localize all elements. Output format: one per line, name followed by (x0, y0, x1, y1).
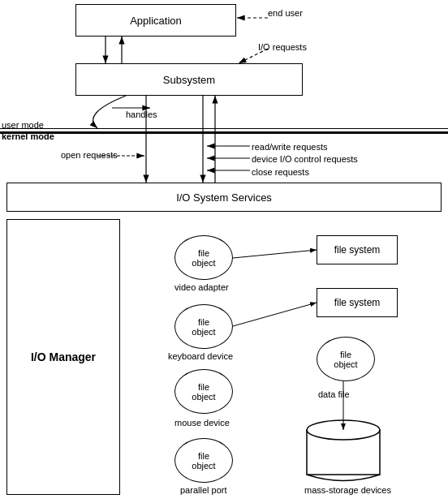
device-io-label: device I/O control requests (252, 154, 358, 164)
video-adapter-label: video adapter (174, 282, 229, 292)
file-object-2: fileobject (174, 304, 233, 349)
file-object-3-label: fileobject (192, 382, 215, 402)
file-object-3: fileobject (174, 369, 233, 414)
filesystem-box-2: file system (317, 288, 398, 317)
diagram: Application Subsystem user mode kernel m… (0, 0, 448, 503)
filesystem-box-1: file system (317, 235, 398, 264)
keyboard-device-label: keyboard device (168, 351, 233, 361)
file-object-1: fileobject (174, 235, 233, 280)
io-manager-label: I/O Manager (31, 350, 96, 363)
io-requests-label: I/O requests (258, 42, 307, 52)
svg-line-16 (233, 250, 317, 258)
svg-line-17 (233, 303, 317, 326)
svg-rect-14 (307, 430, 380, 475)
user-mode-line (0, 128, 448, 129)
file-object-2-label: fileobject (192, 317, 215, 337)
io-manager-box: I/O Manager (6, 219, 120, 495)
read-write-label: read/write requests (252, 142, 328, 152)
end-user-label: end user (268, 8, 303, 18)
file-object-4: fileobject (174, 438, 233, 483)
user-mode-label: user mode (2, 120, 44, 130)
subsystem-label: Subsystem (163, 74, 215, 86)
application-label: Application (130, 15, 182, 27)
handles-label: handles (126, 110, 157, 119)
kernel-mode-line (0, 131, 448, 134)
open-requests-label: open requests (61, 150, 118, 160)
mass-storage-label: mass-storage devices (304, 485, 391, 495)
io-services-box: I/O System Services (6, 183, 442, 212)
kernel-mode-label: kernel mode (2, 131, 54, 141)
file-object-1-label: fileobject (192, 248, 215, 268)
subsystem-box: Subsystem (75, 63, 303, 96)
io-services-label: I/O System Services (176, 191, 272, 204)
file-object-5: fileobject (317, 337, 375, 381)
svg-point-15 (307, 420, 380, 440)
data-file-label: data file (318, 389, 350, 399)
filesystem-label-1: file system (334, 244, 381, 256)
close-requests-label: close requests (252, 167, 309, 177)
filesystem-label-2: file system (334, 297, 381, 308)
application-box: Application (75, 4, 236, 37)
file-object-4-label: fileobject (192, 451, 215, 471)
mouse-device-label: mouse device (174, 418, 230, 428)
parallel-port-label: parallel port (180, 485, 226, 495)
file-object-5-label: fileobject (334, 350, 357, 369)
